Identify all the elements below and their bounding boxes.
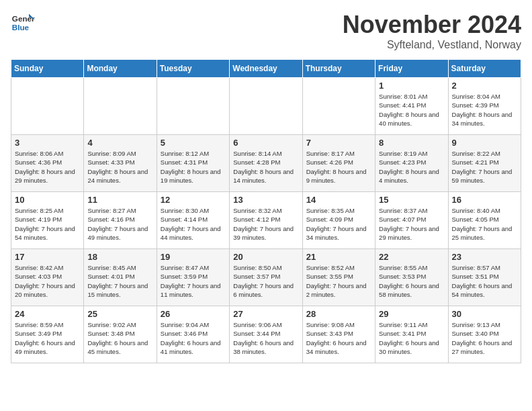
day-number: 16	[452, 195, 517, 205]
header: General Blue November 2024 Syfteland, Ve…	[11, 11, 521, 51]
week-row-4: 17Sunrise: 8:42 AM Sunset: 4:03 PM Dayli…	[11, 249, 521, 306]
day-info: Sunrise: 8:25 AM Sunset: 4:19 PM Dayligh…	[15, 206, 80, 242]
day-info: Sunrise: 8:52 AM Sunset: 3:55 PM Dayligh…	[306, 263, 371, 299]
day-cell: 30Sunrise: 9:13 AM Sunset: 3:40 PM Dayli…	[448, 306, 521, 363]
day-cell: 3Sunrise: 8:06 AM Sunset: 4:36 PM Daylig…	[11, 135, 84, 192]
day-cell: 13Sunrise: 8:32 AM Sunset: 4:12 PM Dayli…	[230, 192, 302, 249]
day-number: 10	[15, 195, 80, 205]
day-number: 3	[15, 138, 80, 148]
day-cell	[302, 78, 375, 135]
day-info: Sunrise: 8:30 AM Sunset: 4:14 PM Dayligh…	[161, 206, 226, 242]
day-cell	[84, 78, 157, 135]
day-number: 1	[379, 81, 444, 91]
day-cell: 20Sunrise: 8:50 AM Sunset: 3:57 PM Dayli…	[230, 249, 302, 306]
day-info: Sunrise: 9:02 AM Sunset: 3:48 PM Dayligh…	[87, 320, 152, 356]
week-row-2: 3Sunrise: 8:06 AM Sunset: 4:36 PM Daylig…	[11, 135, 521, 192]
day-info: Sunrise: 8:22 AM Sunset: 4:21 PM Dayligh…	[452, 149, 517, 185]
title-area: November 2024 Syfteland, Vestland, Norwa…	[343, 11, 521, 51]
day-number: 30	[452, 309, 517, 319]
day-info: Sunrise: 8:47 AM Sunset: 3:59 PM Dayligh…	[161, 263, 226, 299]
day-info: Sunrise: 8:04 AM Sunset: 4:39 PM Dayligh…	[452, 92, 517, 128]
day-info: Sunrise: 8:50 AM Sunset: 3:57 PM Dayligh…	[233, 263, 298, 299]
day-number: 9	[452, 138, 517, 148]
day-info: Sunrise: 8:01 AM Sunset: 4:41 PM Dayligh…	[379, 92, 444, 128]
day-info: Sunrise: 9:06 AM Sunset: 3:44 PM Dayligh…	[233, 320, 298, 356]
day-number: 21	[306, 252, 371, 262]
day-info: Sunrise: 8:14 AM Sunset: 4:28 PM Dayligh…	[233, 149, 298, 185]
day-info: Sunrise: 9:11 AM Sunset: 3:41 PM Dayligh…	[379, 320, 444, 356]
day-cell	[157, 78, 229, 135]
day-cell: 22Sunrise: 8:55 AM Sunset: 3:53 PM Dayli…	[375, 249, 448, 306]
week-row-1: 1Sunrise: 8:01 AM Sunset: 4:41 PM Daylig…	[11, 78, 521, 135]
day-info: Sunrise: 8:42 AM Sunset: 4:03 PM Dayligh…	[15, 263, 80, 299]
day-header-sunday: Sunday	[11, 60, 84, 78]
day-info: Sunrise: 8:35 AM Sunset: 4:09 PM Dayligh…	[306, 206, 371, 242]
day-cell: 11Sunrise: 8:27 AM Sunset: 4:16 PM Dayli…	[84, 192, 157, 249]
day-cell: 4Sunrise: 8:09 AM Sunset: 4:33 PM Daylig…	[84, 135, 157, 192]
day-info: Sunrise: 8:09 AM Sunset: 4:33 PM Dayligh…	[87, 149, 152, 185]
calendar-table: SundayMondayTuesdayWednesdayThursdayFrid…	[11, 59, 521, 363]
day-info: Sunrise: 9:13 AM Sunset: 3:40 PM Dayligh…	[452, 320, 517, 356]
day-number: 12	[161, 195, 226, 205]
day-cell: 17Sunrise: 8:42 AM Sunset: 4:03 PM Dayli…	[11, 249, 84, 306]
day-header-friday: Friday	[375, 60, 448, 78]
day-info: Sunrise: 8:27 AM Sunset: 4:16 PM Dayligh…	[87, 206, 152, 242]
month-title: November 2024	[343, 11, 521, 39]
day-info: Sunrise: 8:45 AM Sunset: 4:01 PM Dayligh…	[87, 263, 152, 299]
day-info: Sunrise: 8:57 AM Sunset: 3:51 PM Dayligh…	[452, 263, 517, 299]
day-number: 24	[15, 309, 80, 319]
day-cell: 21Sunrise: 8:52 AM Sunset: 3:55 PM Dayli…	[302, 249, 375, 306]
location: Syfteland, Vestland, Norway	[343, 39, 521, 51]
day-cell: 9Sunrise: 8:22 AM Sunset: 4:21 PM Daylig…	[448, 135, 521, 192]
day-cell: 15Sunrise: 8:37 AM Sunset: 4:07 PM Dayli…	[375, 192, 448, 249]
day-cell: 1Sunrise: 8:01 AM Sunset: 4:41 PM Daylig…	[375, 78, 448, 135]
day-info: Sunrise: 8:12 AM Sunset: 4:31 PM Dayligh…	[161, 149, 226, 185]
day-header-thursday: Thursday	[302, 60, 375, 78]
day-cell: 6Sunrise: 8:14 AM Sunset: 4:28 PM Daylig…	[230, 135, 302, 192]
day-number: 4	[87, 138, 152, 148]
day-cell: 5Sunrise: 8:12 AM Sunset: 4:31 PM Daylig…	[157, 135, 229, 192]
day-number: 18	[87, 252, 152, 262]
day-number: 23	[452, 252, 517, 262]
day-cell: 2Sunrise: 8:04 AM Sunset: 4:39 PM Daylig…	[448, 78, 521, 135]
day-number: 25	[87, 309, 152, 319]
logo: General Blue	[11, 11, 35, 35]
day-cell	[11, 78, 84, 135]
day-cell: 14Sunrise: 8:35 AM Sunset: 4:09 PM Dayli…	[302, 192, 375, 249]
day-info: Sunrise: 8:37 AM Sunset: 4:07 PM Dayligh…	[379, 206, 444, 242]
day-number: 27	[233, 309, 298, 319]
day-number: 5	[161, 138, 226, 148]
week-row-3: 10Sunrise: 8:25 AM Sunset: 4:19 PM Dayli…	[11, 192, 521, 249]
day-number: 26	[161, 309, 226, 319]
day-cell: 7Sunrise: 8:17 AM Sunset: 4:26 PM Daylig…	[302, 135, 375, 192]
day-header-monday: Monday	[84, 60, 157, 78]
day-number: 2	[452, 81, 517, 91]
day-cell: 12Sunrise: 8:30 AM Sunset: 4:14 PM Dayli…	[157, 192, 229, 249]
day-number: 13	[233, 195, 298, 205]
week-row-5: 24Sunrise: 8:59 AM Sunset: 3:49 PM Dayli…	[11, 306, 521, 363]
day-number: 7	[306, 138, 371, 148]
day-number: 28	[306, 309, 371, 319]
day-info: Sunrise: 8:40 AM Sunset: 4:05 PM Dayligh…	[452, 206, 517, 242]
day-cell: 24Sunrise: 8:59 AM Sunset: 3:49 PM Dayli…	[11, 306, 84, 363]
day-info: Sunrise: 8:55 AM Sunset: 3:53 PM Dayligh…	[379, 263, 444, 299]
day-header-tuesday: Tuesday	[157, 60, 229, 78]
day-info: Sunrise: 9:08 AM Sunset: 3:43 PM Dayligh…	[306, 320, 371, 356]
day-cell: 10Sunrise: 8:25 AM Sunset: 4:19 PM Dayli…	[11, 192, 84, 249]
day-cell: 23Sunrise: 8:57 AM Sunset: 3:51 PM Dayli…	[448, 249, 521, 306]
day-info: Sunrise: 8:19 AM Sunset: 4:23 PM Dayligh…	[379, 149, 444, 185]
day-number: 8	[379, 138, 444, 148]
day-cell: 25Sunrise: 9:02 AM Sunset: 3:48 PM Dayli…	[84, 306, 157, 363]
day-cell: 8Sunrise: 8:19 AM Sunset: 4:23 PM Daylig…	[375, 135, 448, 192]
day-number: 19	[161, 252, 226, 262]
day-info: Sunrise: 9:04 AM Sunset: 3:46 PM Dayligh…	[161, 320, 226, 356]
day-number: 20	[233, 252, 298, 262]
day-number: 22	[379, 252, 444, 262]
day-number: 17	[15, 252, 80, 262]
day-number: 6	[233, 138, 298, 148]
day-cell: 28Sunrise: 9:08 AM Sunset: 3:43 PM Dayli…	[302, 306, 375, 363]
day-info: Sunrise: 8:06 AM Sunset: 4:36 PM Dayligh…	[15, 149, 80, 185]
day-cell: 19Sunrise: 8:47 AM Sunset: 3:59 PM Dayli…	[157, 249, 229, 306]
day-cell: 16Sunrise: 8:40 AM Sunset: 4:05 PM Dayli…	[448, 192, 521, 249]
day-cell: 29Sunrise: 9:11 AM Sunset: 3:41 PM Dayli…	[375, 306, 448, 363]
